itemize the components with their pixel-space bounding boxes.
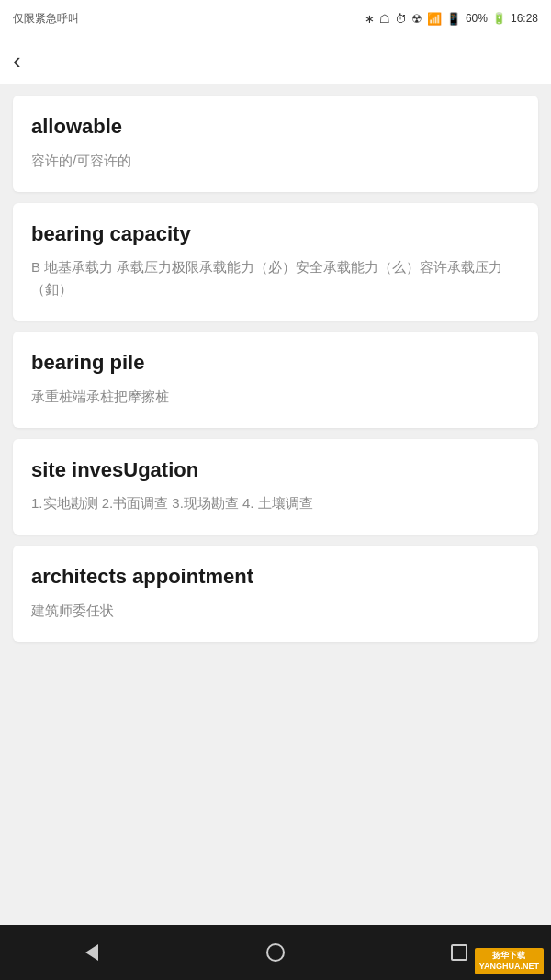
battery-icon: 🔋 — [492, 12, 506, 25]
home-button[interactable] — [248, 934, 303, 971]
definition-bearing-capacity: B 地基承载力 承载压力极限承载能力（必）安全承载能力（么）容许承载压力（釦） — [31, 256, 520, 300]
nav-bar: ‹ — [0, 37, 551, 84]
watermark: 扬华下载 YANGHUA.NET — [475, 948, 544, 974]
definition-site-investigation: 1.实地勘测 2.书面调查 3.现场勘查 4. 土壤调查 — [31, 492, 520, 514]
status-bar: 仅限紧急呼叫 ∗ ☖ ⏱ ☢ 📶 📱 60% 🔋 16:28 — [0, 0, 551, 37]
emergency-label: 仅限紧急呼叫 — [13, 11, 79, 27]
bottom-nav-bar: 扬华下载 YANGHUA.NET — [0, 925, 551, 980]
content-area: allowable 容许的/可容许的 bearing capacity B 地基… — [0, 84, 551, 925]
signal-icon: 📱 — [446, 12, 461, 26]
clock-time: 16:28 — [511, 12, 538, 25]
home-icon — [266, 943, 285, 962]
term-bearing-capacity: bearing capacity — [31, 221, 520, 248]
term-allowable: allowable — [31, 114, 520, 141]
recents-icon — [451, 944, 467, 961]
back-nav-button[interactable] — [64, 934, 119, 971]
term-bearing-pile: bearing pile — [31, 350, 520, 377]
eye-icon: ☢ — [411, 12, 422, 26]
definition-bearing-pile: 承重桩端承桩把摩擦桩 — [31, 386, 520, 408]
bluetooth-icon: ∗ — [365, 12, 375, 26]
term-site-investigation: site invesUgation — [31, 457, 520, 484]
vibrate-icon: ☖ — [379, 12, 390, 26]
card-site-investigation[interactable]: site invesUgation 1.实地勘测 2.书面调查 3.现场勘查 4… — [13, 439, 538, 535]
alarm-icon: ⏱ — [395, 12, 407, 26]
card-bearing-pile[interactable]: bearing pile 承重桩端承桩把摩擦桩 — [13, 332, 538, 428]
definition-architects-appointment: 建筑师委任状 — [31, 600, 520, 622]
back-button[interactable]: ‹ — [13, 49, 21, 73]
card-architects-appointment[interactable]: architects appointment 建筑师委任状 — [13, 546, 538, 642]
card-allowable[interactable]: allowable 容许的/可容许的 — [13, 96, 538, 192]
term-architects-appointment: architects appointment — [31, 564, 520, 591]
status-right: ∗ ☖ ⏱ ☢ 📶 📱 60% 🔋 16:28 — [365, 12, 538, 26]
battery-level: 60% — [466, 12, 488, 25]
back-nav-icon — [85, 944, 98, 961]
definition-allowable: 容许的/可容许的 — [31, 150, 520, 172]
wifi-icon: 📶 — [427, 12, 442, 26]
card-bearing-capacity[interactable]: bearing capacity B 地基承载力 承载压力极限承载能力（必）安全… — [13, 203, 538, 321]
